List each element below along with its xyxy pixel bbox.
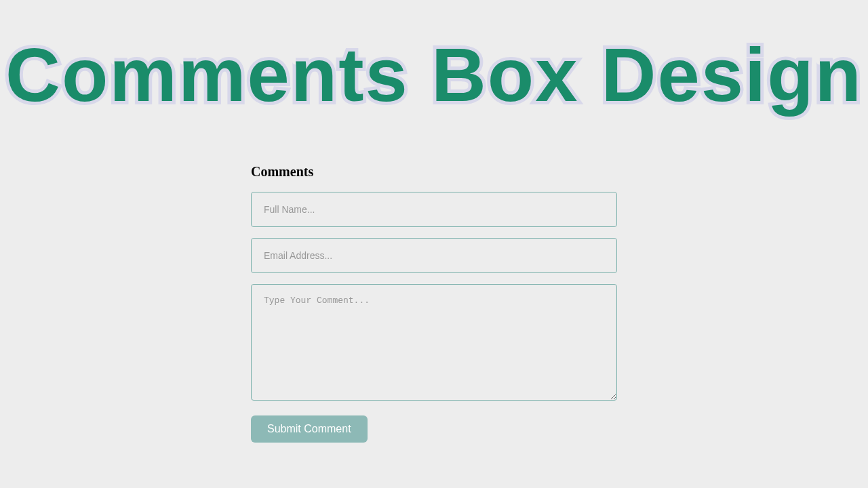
comment-textarea[interactable] (251, 284, 617, 401)
form-heading: Comments (251, 164, 617, 180)
email-input[interactable] (251, 238, 617, 273)
page-header: Comments Box Design (0, 0, 868, 134)
fullname-input[interactable] (251, 192, 617, 227)
comments-form: Comments Submit Comment (251, 164, 617, 443)
submit-comment-button[interactable]: Submit Comment (251, 415, 368, 443)
page-title: Comments Box Design (0, 37, 868, 113)
